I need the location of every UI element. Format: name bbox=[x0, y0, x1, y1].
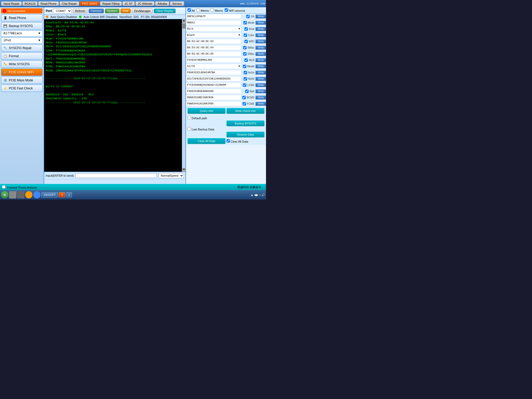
model-dropdown[interactable]: A1778Black ▼ bbox=[1, 30, 43, 37]
scroll-up-btn[interactable]: ▲ bbox=[182, 19, 185, 23]
emac-write-btn[interactable]: Write bbox=[256, 52, 266, 56]
terminal[interactable]: bluetooth: B8:53:AC:4D:DC:64 EMac: B8:53… bbox=[44, 19, 182, 172]
fcms-write-btn[interactable]: Write bbox=[256, 102, 266, 106]
lcm-checkbox[interactable] bbox=[243, 83, 246, 87]
color-checkbox[interactable] bbox=[244, 34, 247, 37]
speed-select[interactable]: NormalSpeed FastSpeed SlowSpeed bbox=[158, 173, 184, 178]
sidebar-item-format[interactable]: 📋 Format bbox=[1, 52, 43, 60]
bmac-checkbox[interactable] bbox=[243, 46, 247, 49]
check-wifi[interactable]: WiFi associa bbox=[225, 8, 245, 12]
connect-button[interactable]: Connect bbox=[89, 9, 104, 13]
scroll-down-btn[interactable]: ▼ bbox=[182, 168, 185, 172]
check-4items[interactable]: 4items bbox=[196, 8, 209, 12]
clear-all-data-check[interactable]: Clear All Data bbox=[227, 139, 264, 143]
lcm-write-btn[interactable]: Write bbox=[256, 83, 266, 87]
taskbar-folder-icon[interactable] bbox=[17, 191, 24, 198]
alibaba-btn[interactable]: Alibaba bbox=[155, 1, 169, 6]
port-select[interactable]: COM67 bbox=[53, 8, 72, 14]
jcst-btn[interactable]: JC ST bbox=[122, 1, 135, 6]
taskbar-chrome-icon[interactable] bbox=[33, 191, 41, 198]
check-wifi-input[interactable] bbox=[225, 8, 228, 12]
nand-repair-btn[interactable]: Nand Repair bbox=[1, 1, 22, 6]
batt-checkbox[interactable] bbox=[245, 90, 249, 93]
default-path-check[interactable]: Default path bbox=[188, 116, 264, 120]
sidebar-item-pcie-mass[interactable]: ⚙️ PCIE Mass Mode bbox=[1, 77, 43, 84]
sn-write-btn[interactable]: Write bbox=[256, 15, 266, 18]
nvsn-checkbox[interactable] bbox=[244, 71, 247, 74]
taskbar-item-3[interactable]: 3 bbox=[59, 192, 65, 197]
rw-button[interactable]: R/W bbox=[121, 9, 131, 13]
sidebar-item-pcie-wifi[interactable]: 🔗 PCIE Unlock WiFi bbox=[1, 69, 43, 76]
taskbar-ziksoft-item[interactable]: ZIKSOFT bbox=[41, 192, 58, 197]
batt-write-btn[interactable]: Write bbox=[256, 89, 266, 93]
sn-value: DNPSCLDPHG7F bbox=[186, 15, 241, 18]
taskbar-browser-icon[interactable] bbox=[25, 191, 32, 198]
mode-checkbox[interactable] bbox=[243, 21, 247, 24]
service-btn[interactable]: Service bbox=[170, 1, 184, 6]
mode-dropdown[interactable]: iPxd ▼ bbox=[1, 37, 43, 44]
check-9items-input[interactable] bbox=[210, 8, 214, 12]
nsrn-write-btn[interactable]: Write bbox=[256, 77, 266, 81]
read-phone-btn[interactable]: Read Phone bbox=[38, 1, 59, 6]
check-9items[interactable]: 9items bbox=[210, 8, 223, 12]
sidebar-item-backup-syscfg[interactable]: 💾 Backup SYSCFG bbox=[1, 22, 43, 30]
bcms-write-btn[interactable]: Write bbox=[256, 96, 266, 99]
mlb-checkbox[interactable] bbox=[244, 58, 248, 62]
mode-write-btn[interactable]: Write bbox=[256, 21, 266, 25]
chip-repair-btn[interactable]: Chip Repair bbox=[59, 1, 79, 6]
refresh-button[interactable]: Refresh bbox=[73, 9, 88, 13]
format-icon: 📋 bbox=[3, 54, 7, 58]
bga110-btn[interactable]: BGA110 bbox=[22, 1, 38, 6]
sidebar-item-pcie-fast[interactable]: ⚡ PCIE Fast Check bbox=[1, 85, 43, 92]
restore-button[interactable]: Restore bbox=[105, 9, 120, 13]
check-all[interactable]: All bbox=[188, 8, 195, 12]
prevent-itunes-check[interactable] bbox=[2, 185, 5, 189]
last-backup-input[interactable] bbox=[188, 127, 191, 130]
sidebar-item-syscfg-repair[interactable]: 🔧 SYSCFG Repair bbox=[1, 44, 43, 52]
sidebar-item-read-phone[interactable]: 📱 Read Phone bbox=[1, 14, 43, 22]
input-field[interactable] bbox=[75, 173, 157, 178]
data-row-model: A1778 ▼ Model Write bbox=[186, 63, 266, 70]
model-write-btn[interactable]: Write bbox=[256, 64, 266, 68]
pro1000s-btn[interactable]: PRO 1000S bbox=[80, 1, 100, 6]
model-field-checkbox[interactable] bbox=[243, 65, 246, 68]
sn-checkbox[interactable] bbox=[246, 15, 250, 18]
sidebar-item-write-syscfg[interactable]: ✏️ Write SYSCFG bbox=[1, 61, 43, 68]
clear-all-data-input[interactable] bbox=[227, 139, 230, 143]
taskbar-ie-icon[interactable] bbox=[9, 191, 16, 198]
wifi-checkbox[interactable] bbox=[244, 40, 248, 43]
nsrn-checkbox[interactable] bbox=[244, 77, 247, 81]
nvsn-write-btn[interactable]: Write bbox=[256, 71, 266, 75]
backup-syscfg-btn[interactable]: Backup $YSCFG bbox=[227, 121, 264, 126]
model-dd-icon: ▼ bbox=[238, 65, 240, 68]
mlb-write-btn[interactable]: Write bbox=[256, 58, 266, 62]
bmac-write-btn[interactable]: Write bbox=[256, 46, 266, 50]
check-all-input[interactable] bbox=[188, 8, 191, 12]
wifi-write-btn[interactable]: Write bbox=[256, 39, 266, 43]
area-write-btn[interactable]: Write bbox=[256, 27, 266, 31]
devmanager-button[interactable]: DevManager bbox=[132, 9, 153, 13]
query-info-btn[interactable]: Query Info bbox=[188, 108, 225, 114]
write-check-info-btn[interactable]: Write check Info bbox=[227, 108, 264, 114]
default-path-input[interactable] bbox=[188, 116, 191, 119]
area-checkbox[interactable] bbox=[244, 27, 248, 31]
bcms-checkbox[interactable] bbox=[242, 96, 246, 99]
check-4items-input[interactable] bbox=[196, 8, 200, 12]
input-bar: Input(ENTER to send) NormalSpeed FastSpe… bbox=[44, 172, 185, 179]
read-phone-icon: 📱 bbox=[3, 16, 7, 20]
clear-display-button[interactable]: Clear Display bbox=[154, 9, 175, 13]
data-row-mode: MN8X2 Mode Write bbox=[186, 20, 266, 26]
last-backup-check[interactable]: Last Backup Data bbox=[188, 127, 264, 131]
emac-checkbox[interactable] bbox=[243, 52, 247, 56]
repair-fitting-btn[interactable]: Repair Fitting bbox=[100, 1, 122, 6]
terminal-scrollbar[interactable]: ▲ ▼ bbox=[182, 19, 185, 172]
color-write-btn[interactable]: Write bbox=[256, 33, 266, 37]
h-scroll-track[interactable] bbox=[44, 179, 185, 184]
jcwebsite-btn[interactable]: JC Website bbox=[135, 1, 155, 6]
taskbar-item-j[interactable]: J bbox=[66, 192, 72, 197]
restore-data-btn[interactable]: Restore Data bbox=[227, 132, 264, 137]
start-button[interactable]: ⊞ bbox=[1, 191, 8, 198]
fcms-checkbox[interactable] bbox=[243, 102, 246, 105]
scroll-handle[interactable] bbox=[182, 23, 185, 29]
clear-all-data-btn[interactable]: Clear All Data bbox=[188, 138, 225, 144]
